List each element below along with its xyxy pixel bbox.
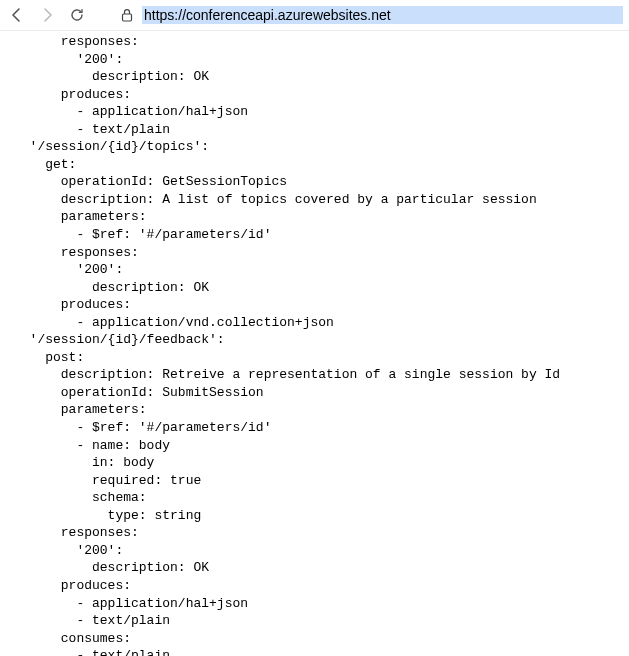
code-line: produces:	[14, 297, 131, 312]
code-line: - text/plain	[14, 122, 170, 137]
back-button[interactable]	[6, 4, 28, 26]
code-line: operationId: SubmitSession	[14, 385, 264, 400]
svg-rect-0	[123, 14, 132, 21]
code-line: - application/vnd.collection+json	[14, 315, 334, 330]
code-line: produces:	[14, 87, 131, 102]
code-line: get:	[14, 157, 76, 172]
url-input[interactable]	[142, 6, 623, 24]
code-line: - application/hal+json	[14, 104, 248, 119]
code-line: description: OK	[14, 560, 209, 575]
yaml-output: responses: '200': description: OK produc…	[0, 33, 629, 656]
code-line: - text/plain	[14, 613, 170, 628]
code-line: '/session/{id}/topics':	[14, 139, 209, 154]
code-line: responses:	[14, 34, 139, 49]
lock-icon	[120, 8, 134, 22]
code-line: responses:	[14, 525, 139, 540]
code-line: description: Retreive a representation o…	[14, 367, 560, 382]
code-line: '200':	[14, 52, 123, 67]
forward-button[interactable]	[36, 4, 58, 26]
code-line: post:	[14, 350, 84, 365]
code-line: in: body	[14, 455, 154, 470]
code-line: parameters:	[14, 209, 147, 224]
code-line: produces:	[14, 578, 131, 593]
code-line: - name: body	[14, 438, 170, 453]
code-line: consumes:	[14, 631, 131, 646]
code-line: description: A list of topics covered by…	[14, 192, 537, 207]
address-bar[interactable]	[142, 4, 623, 27]
code-line: - $ref: '#/parameters/id'	[14, 420, 271, 435]
code-line: parameters:	[14, 402, 147, 417]
code-line: '200':	[14, 543, 123, 558]
code-line: description: OK	[14, 280, 209, 295]
refresh-button[interactable]	[66, 4, 88, 26]
code-line: responses:	[14, 245, 139, 260]
code-line: schema:	[14, 490, 147, 505]
browser-toolbar	[0, 0, 629, 31]
code-line: operationId: GetSessionTopics	[14, 174, 287, 189]
code-line: '/session/{id}/feedback':	[14, 332, 225, 347]
page-content: responses: '200': description: OK produc…	[0, 31, 629, 656]
code-line: - $ref: '#/parameters/id'	[14, 227, 271, 242]
code-line: - text/plain	[14, 648, 170, 656]
code-line: description: OK	[14, 69, 209, 84]
code-line: required: true	[14, 473, 201, 488]
code-line: type: string	[14, 508, 201, 523]
code-line: '200':	[14, 262, 123, 277]
code-line: - application/hal+json	[14, 596, 248, 611]
